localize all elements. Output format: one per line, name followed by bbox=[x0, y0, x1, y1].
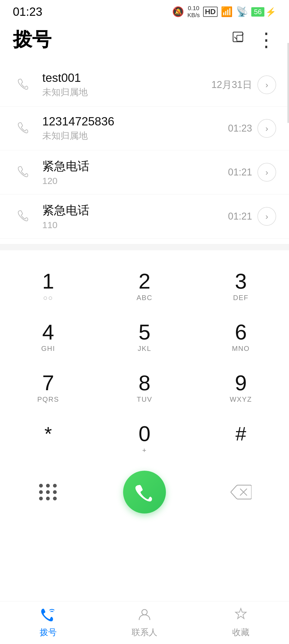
dial-key-3[interactable]: 3 DEF bbox=[193, 261, 289, 312]
status-icons: 🔕 0.10KB/s HD 📶 📡 56 ⚡ bbox=[172, 5, 276, 19]
call-button-wrap bbox=[96, 471, 193, 513]
call-icon bbox=[17, 164, 30, 180]
call-detail-button[interactable]: › bbox=[257, 207, 276, 226]
svg-point-4 bbox=[142, 610, 147, 615]
section-divider bbox=[0, 244, 289, 250]
dial-key-6[interactable]: 6 MNO bbox=[193, 312, 289, 363]
call-detail-button[interactable]: › bbox=[257, 75, 276, 94]
dial-key-8[interactable]: 8 TUV bbox=[96, 363, 193, 413]
header: 拨号 ⋮ bbox=[0, 21, 289, 58]
network-speed: 0.10KB/s bbox=[187, 5, 200, 19]
nav-item-contacts[interactable]: 联系人 bbox=[96, 603, 193, 643]
favorites-nav-icon bbox=[234, 607, 248, 624]
dial-key-7[interactable]: 7 PQRS bbox=[0, 363, 96, 413]
svg-rect-1 bbox=[237, 35, 243, 41]
call-right: 01:21 › bbox=[228, 207, 276, 226]
call-sub: 未知归属地 bbox=[42, 86, 211, 98]
dial-key-hash[interactable]: # bbox=[193, 413, 289, 464]
bottom-nav: 拨号 联系人 收藏 bbox=[0, 601, 289, 644]
call-time: 01:21 bbox=[228, 211, 252, 222]
dial-key-2[interactable]: 2 ABC bbox=[96, 261, 193, 312]
bolt-icon: ⚡ bbox=[265, 7, 276, 17]
dialpad-dots-button[interactable] bbox=[0, 484, 96, 500]
contacts-nav-icon bbox=[138, 607, 151, 624]
delete-icon bbox=[230, 484, 252, 500]
call-item: 紧急电话 120 01:21 › bbox=[0, 150, 289, 194]
mute-icon: 🔕 bbox=[172, 6, 184, 17]
call-info: 12314725836 未知归属地 bbox=[42, 115, 228, 142]
status-bar: 01:23 🔕 0.10KB/s HD 📶 📡 56 ⚡ bbox=[0, 0, 289, 21]
call-sub: 110 bbox=[42, 220, 228, 230]
call-detail-button[interactable]: › bbox=[257, 119, 276, 138]
dial-key-5[interactable]: 5 JKL bbox=[96, 312, 193, 363]
dial-key-1[interactable]: 1 ○○ bbox=[0, 261, 96, 312]
call-list: test001 未知归属地 12月31日 › 12314725836 未知归属地… bbox=[0, 58, 289, 244]
call-phone-icon-wrap bbox=[13, 118, 34, 139]
dots-grid bbox=[39, 484, 57, 500]
dialpad-grid: 1 ○○ 2 ABC 3 DEF 4 GHI 5 JKL 6 MNO 7 PQR… bbox=[0, 261, 289, 464]
page-title: 拨号 bbox=[13, 27, 51, 52]
dialpad-nav-icon bbox=[41, 607, 55, 624]
call-time: 01:23 bbox=[228, 123, 252, 134]
signal-icon: 📶 bbox=[221, 6, 233, 17]
dial-key-star[interactable]: * bbox=[0, 413, 96, 464]
call-item: 紧急电话 110 01:21 › bbox=[0, 194, 289, 239]
nav-label-favorites: 收藏 bbox=[232, 627, 249, 638]
call-sub: 未知归属地 bbox=[42, 130, 228, 142]
call-right: 01:23 › bbox=[228, 119, 276, 138]
wifi-icon: 📡 bbox=[236, 6, 248, 17]
dial-key-4[interactable]: 4 GHI bbox=[0, 312, 96, 363]
nav-label-dialpad: 拨号 bbox=[40, 627, 57, 638]
call-name: 紧急电话 bbox=[42, 158, 228, 174]
dialpad-actions bbox=[0, 464, 289, 519]
call-phone-icon-wrap bbox=[13, 74, 34, 95]
call-time: 01:21 bbox=[228, 167, 252, 178]
call-item: test001 未知归属地 12月31日 › bbox=[0, 63, 289, 107]
call-item: 12314725836 未知归属地 01:23 › bbox=[0, 107, 289, 150]
call-time: 12月31日 bbox=[211, 78, 252, 91]
scroll-indicator bbox=[287, 43, 289, 123]
dialpad: 1 ○○ 2 ABC 3 DEF 4 GHI 5 JKL 6 MNO 7 PQR… bbox=[0, 250, 289, 524]
call-name: 紧急电话 bbox=[42, 202, 228, 218]
call-detail-button[interactable]: › bbox=[257, 163, 276, 182]
dial-key-0[interactable]: 0 + bbox=[96, 413, 193, 464]
call-phone-icon-wrap bbox=[13, 162, 34, 183]
call-name: 12314725836 bbox=[42, 115, 228, 128]
call-sub: 120 bbox=[42, 176, 228, 186]
select-all-icon[interactable] bbox=[232, 31, 246, 48]
call-info: test001 未知归属地 bbox=[42, 71, 211, 98]
nav-item-dialpad[interactable]: 拨号 bbox=[0, 603, 96, 643]
nav-label-contacts: 联系人 bbox=[132, 627, 157, 638]
call-icon bbox=[17, 209, 30, 224]
svg-marker-5 bbox=[235, 608, 246, 619]
battery-level: 56 bbox=[251, 7, 264, 17]
header-actions: ⋮ bbox=[232, 31, 276, 48]
call-right: 12月31日 › bbox=[211, 75, 276, 94]
call-phone-icon-wrap bbox=[13, 206, 34, 227]
status-time: 01:23 bbox=[13, 5, 42, 18]
hd-icon: HD bbox=[203, 7, 218, 17]
call-info: 紧急电话 110 bbox=[42, 202, 228, 230]
call-icon bbox=[17, 121, 30, 136]
battery-icon: 56 ⚡ bbox=[251, 6, 276, 17]
nav-item-favorites[interactable]: 收藏 bbox=[193, 603, 289, 643]
delete-button[interactable] bbox=[193, 484, 289, 500]
more-menu-icon[interactable]: ⋮ bbox=[257, 33, 276, 46]
call-button[interactable] bbox=[123, 471, 166, 513]
dial-key-9[interactable]: 9 WXYZ bbox=[193, 363, 289, 413]
call-name: test001 bbox=[42, 71, 211, 85]
call-button-icon bbox=[134, 481, 155, 503]
call-icon bbox=[17, 77, 30, 93]
call-right: 01:21 › bbox=[228, 163, 276, 182]
call-info: 紧急电话 120 bbox=[42, 158, 228, 186]
